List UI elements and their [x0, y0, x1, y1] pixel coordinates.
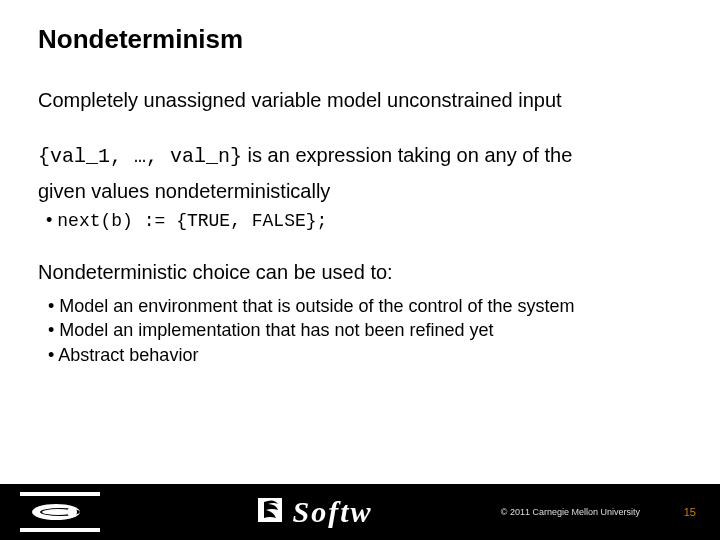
svg-point-4: [67, 507, 77, 517]
list-item: • Abstract behavior: [48, 343, 700, 367]
institute-logo-icon: [20, 492, 100, 532]
code-bullet-text: next(b) := {TRUE, FALSE};: [57, 211, 327, 231]
slide-title: Nondeterminism: [38, 24, 700, 55]
expression-code: {val_1, …, val_n}: [38, 145, 242, 168]
list-item: • Model an implementation that has not b…: [48, 318, 700, 342]
list-item-text: Abstract behavior: [58, 345, 198, 365]
list-item-text: Model an environment that is outside of …: [59, 296, 574, 316]
copyright-text: © 2011 Carnegie Mellon University: [501, 507, 640, 517]
expression-line: {val_1, …, val_n} is an expression takin…: [38, 142, 700, 170]
footer-bar: Softw © 2011 Carnegie Mellon University …: [0, 484, 720, 540]
list-item-text: Model an implementation that has not bee…: [59, 320, 493, 340]
code-bullet: • next(b) := {TRUE, FALSE};: [46, 210, 700, 231]
expression-tail: is an expression taking on any of the: [242, 144, 572, 166]
list-item: • Model an environment that is outside o…: [48, 294, 700, 318]
brand-block: Softw: [256, 492, 372, 532]
content-area: Nondeterminism Completely unassigned var…: [38, 24, 700, 367]
uses-list: • Model an environment that is outside o…: [48, 294, 700, 367]
intro-line: Completely unassigned variable model unc…: [38, 89, 700, 112]
page-number: 15: [684, 506, 696, 518]
bullet-dot-icon: •: [46, 210, 57, 230]
expression-desc: given values nondeterministically: [38, 178, 700, 204]
brand-mark-icon: [256, 492, 284, 532]
brand-wordmark: Softw: [292, 495, 372, 529]
used-to-line: Nondeterministic choice can be used to:: [38, 261, 700, 284]
slide: Nondeterminism Completely unassigned var…: [0, 0, 720, 540]
